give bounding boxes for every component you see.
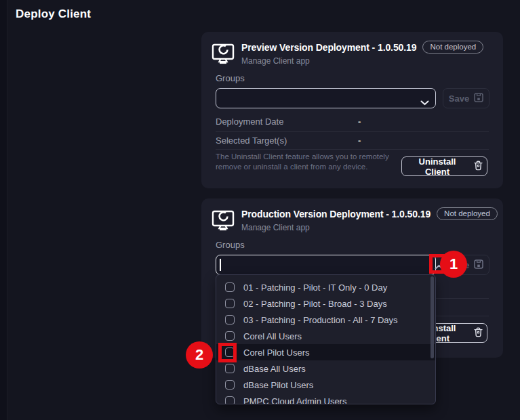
uninstall-button-label: Uninstall Client bbox=[406, 156, 468, 177]
deployment-date-value: - bbox=[358, 117, 361, 127]
dropdown-option[interactable]: 01 - Patching - Pilot - IT Only - 0 Day bbox=[216, 279, 435, 295]
card-header-text: Production Version Deployment - 1.0.50.1… bbox=[241, 207, 498, 232]
step-2-marker: 2 bbox=[186, 341, 213, 369]
monitor-refresh-icon bbox=[211, 42, 235, 68]
dropdown-option-label: 03 - Patching - Production - All - 7 Day… bbox=[243, 315, 398, 325]
card-subtitle: Manage Client app bbox=[241, 56, 483, 66]
collapsed-sidebar-edge bbox=[0, 0, 7, 420]
checkbox-icon[interactable] bbox=[225, 331, 235, 341]
deploy-client-page: Deploy Client Preview Version Deployment… bbox=[0, 0, 520, 420]
uninstall-description: The Uninstall Client feature allows you … bbox=[216, 152, 400, 172]
card-title: Production Version Deployment - 1.0.50.1… bbox=[241, 209, 431, 219]
dropdown-option[interactable]: Corel All Users bbox=[216, 328, 435, 344]
dropdown-option-label: 01 - Patching - Pilot - IT Only - 0 Day bbox=[243, 282, 387, 293]
checkbox-icon[interactable] bbox=[225, 299, 235, 308]
step-2-highlight-box bbox=[218, 343, 237, 362]
trash-icon bbox=[474, 327, 483, 339]
save-button-label: Save bbox=[449, 93, 469, 104]
deployment-date-label: Deployment Date bbox=[216, 117, 283, 127]
floppy-disk-icon bbox=[474, 259, 483, 271]
groups-dropdown-panel: 01 - Patching - Pilot - IT Only - 0 Day0… bbox=[216, 274, 436, 404]
card-title: Preview Version Deployment - 1.0.50.19 bbox=[241, 42, 416, 53]
dropdown-option[interactable]: PMPC Cloud Admin Users bbox=[216, 393, 435, 404]
dropdown-option-label: Corel Pilot Users bbox=[243, 348, 310, 358]
selected-targets-value: - bbox=[358, 135, 361, 146]
status-badge: Not deployed bbox=[437, 207, 498, 220]
status-badge: Not deployed bbox=[422, 41, 483, 54]
dropdown-option-label: dBase Pilot Users bbox=[243, 380, 313, 390]
step-1-marker: 1 bbox=[440, 251, 467, 278]
dropdown-scrollbar[interactable] bbox=[431, 276, 434, 358]
save-button[interactable]: Save bbox=[443, 88, 489, 108]
chevron-down-icon[interactable] bbox=[420, 96, 429, 108]
checkbox-icon[interactable] bbox=[225, 364, 235, 373]
dropdown-option-label: PMPC Cloud Admin Users bbox=[243, 396, 346, 405]
dropdown-option-label: Corel All Users bbox=[243, 331, 302, 341]
groups-select[interactable] bbox=[216, 88, 436, 108]
dropdown-option[interactable]: 02 - Patching - Pilot - Broad - 3 Days bbox=[216, 295, 435, 312]
checkbox-icon[interactable] bbox=[225, 396, 235, 404]
dropdown-option-label: dBase All Users bbox=[243, 364, 306, 374]
groups-label: Groups bbox=[216, 240, 245, 250]
card-header: Preview Version Deployment - 1.0.50.19 N… bbox=[211, 41, 483, 68]
groups-search-input[interactable] bbox=[216, 255, 436, 275]
checkbox-icon[interactable] bbox=[225, 380, 235, 390]
card-subtitle: Manage Client app bbox=[241, 223, 498, 232]
page-title: Deploy Client bbox=[16, 7, 91, 21]
groups-dropdown-list: 01 - Patching - Pilot - IT Only - 0 Day0… bbox=[216, 279, 435, 404]
dropdown-option[interactable]: 03 - Patching - Production - All - 7 Day… bbox=[216, 312, 435, 328]
groups-label: Groups bbox=[216, 73, 245, 83]
card-header: Production Version Deployment - 1.0.50.1… bbox=[211, 207, 498, 234]
monitor-refresh-icon bbox=[211, 209, 235, 234]
divider bbox=[216, 131, 489, 132]
preview-deployment-card: Preview Version Deployment - 1.0.50.19 N… bbox=[201, 32, 503, 188]
dropdown-option[interactable]: Corel Pilot Users bbox=[216, 344, 435, 360]
text-cursor bbox=[220, 259, 221, 271]
selected-targets-label: Selected Target(s) bbox=[216, 135, 287, 146]
floppy-disk-icon bbox=[474, 93, 483, 104]
trash-icon bbox=[474, 161, 483, 173]
dropdown-option[interactable]: dBase All Users bbox=[216, 360, 435, 377]
dropdown-option[interactable]: dBase Pilot Users bbox=[216, 377, 435, 393]
checkbox-icon[interactable] bbox=[225, 315, 235, 324]
divider bbox=[216, 149, 489, 150]
dropdown-option-label: 02 - Patching - Pilot - Broad - 3 Days bbox=[243, 299, 387, 309]
checkbox-icon[interactable] bbox=[225, 282, 235, 292]
uninstall-client-button[interactable]: Uninstall Client bbox=[401, 156, 487, 176]
card-header-text: Preview Version Deployment - 1.0.50.19 N… bbox=[241, 41, 483, 66]
